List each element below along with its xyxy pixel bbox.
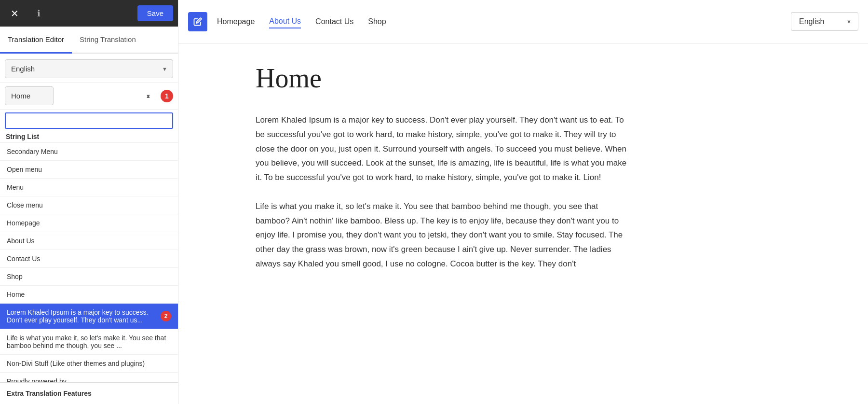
list-item[interactable]: Shop bbox=[0, 268, 178, 286]
tab-string-translation[interactable]: String Translation bbox=[72, 27, 144, 54]
close-button[interactable]: ✕ bbox=[5, 4, 24, 23]
tabs: Translation Editor String Translation bbox=[0, 27, 178, 54]
language-select[interactable]: English French Spanish German bbox=[5, 59, 173, 78]
string-list-label: String List bbox=[0, 129, 178, 142]
top-nav: Homepage About Us Contact Us Shop Englis… bbox=[178, 0, 868, 43]
list-item-selected[interactable]: Lorem Khaled Ipsum is a major key to suc… bbox=[0, 304, 178, 329]
list-item[interactable]: About Us bbox=[0, 232, 178, 250]
list-item[interactable]: Open menu bbox=[0, 161, 178, 179]
list-item[interactable]: Close menu bbox=[0, 196, 178, 214]
page-select[interactable]: Home About Us Contact Us Shop bbox=[5, 86, 54, 105]
nav-link-shop[interactable]: Shop bbox=[368, 15, 386, 28]
nav-link-homepage[interactable]: Homepage bbox=[217, 15, 255, 28]
language-select-right[interactable]: English French Spanish German bbox=[791, 12, 858, 31]
badge-1: 1 bbox=[161, 90, 173, 102]
left-panel: ✕ ℹ Save Translation Editor String Trans… bbox=[0, 0, 178, 404]
paragraph-1: Lorem Khaled Ipsum is a major key to suc… bbox=[256, 113, 632, 185]
list-item[interactable]: Menu bbox=[0, 179, 178, 196]
list-item[interactable]: Home bbox=[0, 286, 178, 304]
list-item[interactable]: Life is what you make it, so let's make … bbox=[0, 329, 178, 355]
content-area: Home Lorem Khaled Ipsum is a major key t… bbox=[178, 43, 868, 404]
paragraph-2: Life is what you make it, so let's make … bbox=[256, 199, 632, 271]
language-select-right-wrap: English French Spanish German bbox=[791, 12, 858, 31]
language-select-wrap: English French Spanish German bbox=[0, 54, 178, 83]
right-panel: Homepage About Us Contact Us Shop Englis… bbox=[178, 0, 868, 404]
dropdown-search-wrap bbox=[0, 110, 178, 129]
toolbar: ✕ ℹ Save bbox=[0, 0, 178, 27]
string-list: Secondary Menu Open menu Menu Close menu… bbox=[0, 142, 178, 382]
info-button[interactable]: ℹ bbox=[29, 4, 48, 23]
tab-translation-editor[interactable]: Translation Editor bbox=[0, 27, 72, 54]
nav-link-contact-us[interactable]: Contact Us bbox=[315, 15, 353, 28]
page-select-wrap: Home About Us Contact Us Shop ▲ 1 bbox=[0, 83, 178, 110]
list-item[interactable]: Contact Us bbox=[0, 250, 178, 268]
list-item[interactable]: Secondary Menu bbox=[0, 143, 178, 161]
badge-2: 2 bbox=[161, 311, 171, 321]
nav-link-about-us[interactable]: About Us bbox=[269, 15, 301, 28]
page-title: Home bbox=[256, 63, 829, 94]
save-button[interactable]: Save bbox=[137, 5, 173, 21]
list-item-text: Lorem Khaled Ipsum is a major key to suc… bbox=[7, 308, 157, 324]
list-item[interactable]: Proudly powered by bbox=[0, 373, 178, 382]
extra-translation-features: Extra Translation Features bbox=[0, 382, 178, 404]
list-item[interactable]: Non-Divi Stuff (Like other themes and pl… bbox=[0, 355, 178, 373]
nav-links: Homepage About Us Contact Us Shop bbox=[217, 15, 386, 28]
pen-button[interactable] bbox=[188, 12, 207, 31]
list-item[interactable]: Homepage bbox=[0, 214, 178, 232]
dropdown-search-input[interactable] bbox=[5, 112, 173, 129]
